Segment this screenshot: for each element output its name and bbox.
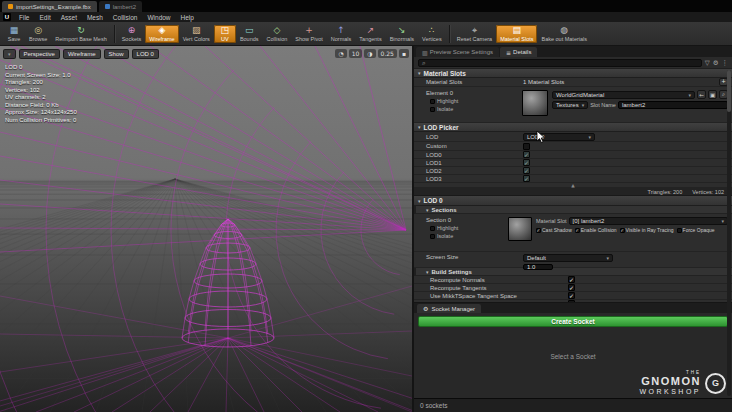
bake-out-materials-button[interactable]: ◍ Bake out Materials (537, 25, 591, 43)
mesh-stats-bar: Triangles: 200 Vertices: 102 (414, 188, 732, 196)
menu-window[interactable]: Window (142, 14, 175, 21)
material-thumbnail[interactable] (522, 90, 548, 116)
recompute-tangents-checkbox[interactable] (568, 284, 575, 291)
tab-details[interactable]: ≡ Details (500, 47, 537, 57)
lod1-checkbox[interactable] (523, 159, 530, 166)
tab-socket-manager[interactable]: ⚙ Socket Manager (417, 304, 481, 313)
details-scrollbar[interactable] (727, 70, 731, 396)
more-options-icon[interactable]: ⋮ (722, 59, 729, 67)
chevron-down-icon: ▾ (721, 218, 724, 224)
secondary-tab[interactable]: lambert2 (99, 1, 142, 12)
reimport-icon: ↻ (77, 26, 85, 35)
highlight-checkbox[interactable] (430, 99, 435, 104)
build-row: Recompute Normals (414, 276, 732, 284)
tab-preview-scene-settings[interactable]: ▥ Preview Scene Settings (416, 47, 499, 57)
lod-menu-button[interactable]: LOD 0 (132, 49, 159, 59)
tangents-icon: ↗ (367, 26, 375, 35)
reset-camera-icon: ⌖ (472, 26, 477, 35)
collision-button[interactable]: ◇ Collision (263, 25, 292, 43)
material-select[interactable]: WorldGridMaterial ▾ (552, 91, 695, 99)
use-selected-asset-icon[interactable]: ← (697, 90, 706, 99)
screen-size-mode-select[interactable]: Default ▾ (523, 254, 613, 262)
textures-dropdown[interactable]: Textures ▾ (552, 101, 588, 109)
menu-mesh[interactable]: Mesh (82, 14, 108, 21)
save-button[interactable]: ▦ Save (3, 25, 25, 43)
menu-file[interactable]: File (14, 14, 34, 21)
asset-tab[interactable]: importSettings_Example.fbx (2, 1, 97, 12)
unreal-logo-icon: U (3, 13, 11, 21)
lock-icon[interactable]: ▪ (399, 49, 409, 58)
tab-preview-label: Preview Scene Settings (430, 49, 493, 55)
show-pivot-button[interactable]: + Show Pivot (291, 25, 327, 43)
uv-button[interactable]: ◳ UV (214, 25, 236, 43)
reimport-base-mesh-button[interactable]: ↻ Reimport Base Mesh (51, 25, 110, 43)
menu-collision[interactable]: Collision (108, 14, 143, 21)
exposure-icon[interactable]: ◑ (364, 49, 375, 58)
material-slots-button[interactable]: ▤ Material Slots (496, 25, 537, 43)
camera-speed-value[interactable]: 10 (349, 49, 363, 58)
build-row: Use MikkTSpace Tangent Space (414, 292, 732, 300)
viewport-menu-button[interactable]: ▾ (3, 49, 16, 59)
section-highlight-checkbox[interactable] (430, 226, 435, 231)
camera-speed-icon[interactable]: ◔ (335, 49, 346, 58)
visible-ray-tracing-checkbox[interactable] (620, 228, 625, 233)
lod2-checkbox[interactable] (523, 167, 530, 174)
menu-help[interactable]: Help (176, 14, 199, 21)
viewport[interactable]: ▾ Perspective Wireframe Show LOD 0 ◔ 10 … (0, 46, 412, 412)
perspective-button[interactable]: Perspective (19, 49, 60, 59)
details-panel: ▥ Preview Scene Settings ≡ Details ⌕ ▽ ⚙… (412, 46, 732, 412)
screen-size-row: Screen Size Default ▾ 1.0 (414, 252, 732, 268)
stat-line: Triangles: 200 (5, 79, 77, 87)
section-isolate-checkbox[interactable] (430, 234, 435, 239)
vertices-button[interactable]: ∴ Vertices (418, 25, 446, 43)
enable-collision-checkbox[interactable] (575, 228, 580, 233)
isolate-checkbox[interactable] (430, 107, 435, 112)
section-material-slot-select[interactable]: [0] lambert2 ▾ (569, 217, 728, 225)
bounds-icon: ▭ (245, 26, 254, 35)
scrollbar-thumb[interactable] (727, 70, 731, 112)
gear-icon[interactable]: ⚙ (713, 59, 719, 67)
lod0-checkbox[interactable] (523, 151, 530, 158)
wrench-icon: ⚙ (423, 305, 428, 312)
show-menu-button[interactable]: Show (104, 49, 129, 59)
normals-button[interactable]: ↑ Normals (327, 25, 355, 43)
section-header-lod0[interactable]: ▾ LOD 0 (414, 196, 732, 206)
screen-size-value-input[interactable]: 1.0 (523, 264, 553, 270)
collapse-arrow-icon: ▾ (426, 269, 429, 275)
exposure-value[interactable]: 0.25 (378, 49, 397, 58)
binormals-button[interactable]: ↘ Binormals (386, 25, 418, 43)
mikktspace-checkbox[interactable] (568, 292, 575, 299)
reset-camera-button[interactable]: ⌖ Reset Camera (453, 25, 496, 43)
tangents-button[interactable]: ↗ Tangents (355, 25, 385, 43)
section-header-material-slots[interactable]: ▾ Material Slots (414, 69, 732, 78)
sockets-button[interactable]: ⊕ Sockets (118, 25, 146, 43)
filter-icon[interactable]: ▽ (705, 59, 710, 67)
slot-name-input[interactable]: lambert2 (618, 101, 728, 109)
browse-button[interactable]: ◎ Browse (25, 25, 51, 43)
section-header-lod-picker[interactable]: ▾ LOD Picker (414, 123, 732, 132)
cast-shadow-checkbox[interactable] (536, 228, 541, 233)
menu-edit[interactable]: Edit (34, 14, 55, 21)
bounds-button[interactable]: ▭ Bounds (236, 25, 263, 43)
lod3-checkbox[interactable] (523, 175, 530, 182)
search-input[interactable]: ⌕ (418, 59, 702, 67)
subsection-sections[interactable]: ▾ Sections (414, 206, 732, 214)
section-material-thumbnail[interactable] (508, 217, 532, 241)
gnomon-logo-icon: G (705, 373, 726, 394)
force-opaque-checkbox[interactable] (677, 228, 682, 233)
vertices-count: Vertices: 102 (692, 189, 724, 195)
section-0-labels: Section 0 Highlight Isolate (418, 217, 504, 239)
vert-colors-button[interactable]: ▨ Vert Colors (179, 25, 214, 43)
details-search-row: ⌕ ▽ ⚙ ⋮ (414, 57, 732, 69)
menu-asset[interactable]: Asset (56, 14, 82, 21)
custom-checkbox[interactable] (523, 143, 530, 150)
view-mode-button[interactable]: Wireframe (63, 49, 101, 59)
material-asset-icon (105, 4, 110, 9)
custom-row: Custom (414, 142, 732, 151)
wireframe-button[interactable]: ◈ Wireframe (145, 25, 178, 43)
browse-to-asset-icon[interactable]: ▣ (708, 90, 717, 99)
create-socket-button[interactable]: Create Socket (418, 316, 728, 327)
recompute-normals-checkbox[interactable] (568, 276, 575, 283)
lod-select[interactable]: LOD 0 ▾ (523, 133, 595, 141)
viewport-controls: ▾ Perspective Wireframe Show LOD 0 (3, 49, 159, 59)
